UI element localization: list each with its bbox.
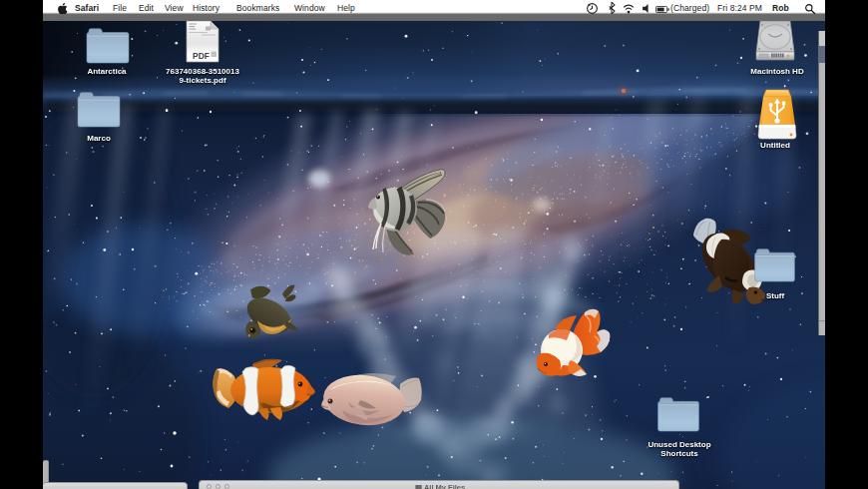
svg-text:PDF: PDF bbox=[193, 51, 210, 61]
